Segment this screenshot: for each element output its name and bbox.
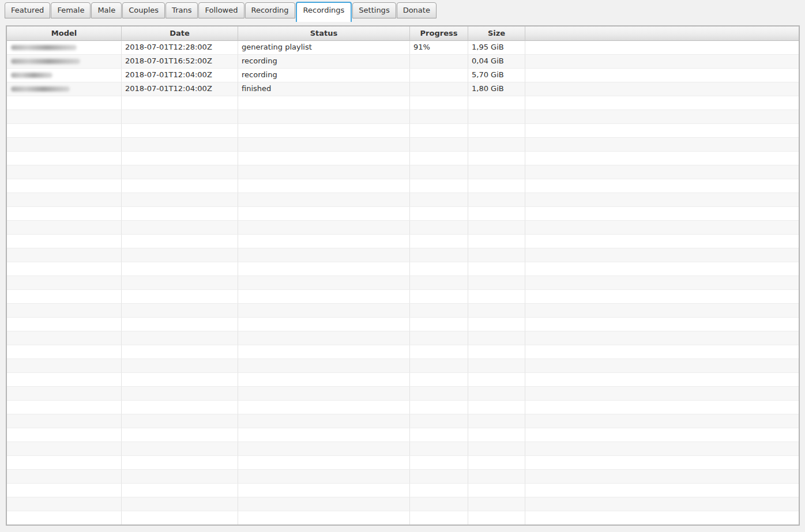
tab-followed[interactable]: Followed bbox=[198, 2, 244, 18]
cell-progress bbox=[410, 165, 468, 179]
empty-row bbox=[7, 165, 799, 179]
cell-date bbox=[122, 290, 238, 304]
cell-date bbox=[122, 152, 238, 165]
cell-status: recording bbox=[238, 55, 410, 69]
cell-size: 1,95 GiB bbox=[468, 41, 525, 55]
cell-date bbox=[122, 470, 238, 484]
cell-progress bbox=[410, 428, 468, 442]
column-header-size[interactable]: Size bbox=[468, 27, 525, 41]
cell-size bbox=[468, 373, 525, 387]
table-row[interactable]: 2018-07-01T12:28:00Zgenerating playlist9… bbox=[7, 41, 799, 55]
cell-date bbox=[122, 221, 238, 235]
cell-status bbox=[238, 96, 410, 110]
empty-row bbox=[7, 276, 799, 290]
cell-date bbox=[122, 331, 238, 345]
redacted-model-name bbox=[11, 45, 77, 50]
cell-size bbox=[468, 124, 525, 138]
empty-row bbox=[7, 331, 799, 345]
cell-size bbox=[468, 414, 525, 428]
empty-row bbox=[7, 511, 799, 525]
tab-featured[interactable]: Featured bbox=[5, 2, 50, 18]
empty-row bbox=[7, 221, 799, 235]
cell-date bbox=[122, 442, 238, 456]
redacted-model-name bbox=[11, 86, 70, 92]
cell-blank bbox=[525, 221, 799, 235]
column-header-progress[interactable]: Progress bbox=[410, 27, 468, 41]
column-header-date[interactable]: Date bbox=[122, 27, 238, 41]
app-window: FeaturedFemaleMaleCouplesTransFollowedRe… bbox=[0, 0, 805, 532]
cell-date bbox=[122, 193, 238, 207]
cell-size bbox=[468, 497, 525, 511]
cell-status bbox=[238, 442, 410, 456]
cell-size bbox=[468, 110, 525, 124]
table-row[interactable]: 2018-07-01T12:04:00Zfinished1,80 GiB bbox=[7, 82, 799, 96]
cell-size bbox=[468, 96, 525, 110]
table-header-row: ModelDateStatusProgressSize bbox=[7, 27, 799, 41]
cell-status bbox=[238, 484, 410, 497]
cell-size bbox=[468, 401, 525, 414]
cell-model bbox=[7, 41, 122, 55]
cell-blank bbox=[525, 138, 799, 152]
tab-couples[interactable]: Couples bbox=[122, 2, 165, 18]
cell-progress bbox=[410, 179, 468, 193]
cell-model bbox=[7, 373, 122, 387]
cell-status bbox=[238, 235, 410, 248]
cell-progress bbox=[410, 124, 468, 138]
tab-male[interactable]: Male bbox=[91, 2, 122, 18]
cell-date bbox=[122, 511, 238, 525]
cell-model bbox=[7, 331, 122, 345]
empty-row bbox=[7, 152, 799, 165]
empty-row bbox=[7, 248, 799, 262]
tab-recordings[interactable]: Recordings bbox=[296, 2, 352, 22]
cell-model bbox=[7, 138, 122, 152]
cell-size bbox=[468, 235, 525, 248]
tab-donate[interactable]: Donate bbox=[397, 2, 437, 18]
cell-date bbox=[122, 484, 238, 497]
column-header-model[interactable]: Model bbox=[7, 27, 122, 41]
cell-blank bbox=[525, 456, 799, 470]
cell-date: 2018-07-01T12:28:00Z bbox=[122, 41, 238, 55]
cell-progress bbox=[410, 276, 468, 290]
cell-date bbox=[122, 428, 238, 442]
cell-blank bbox=[525, 179, 799, 193]
cell-size bbox=[468, 428, 525, 442]
column-header-blank[interactable] bbox=[525, 27, 799, 41]
cell-model bbox=[7, 442, 122, 456]
table-row[interactable]: 2018-07-01T12:04:00Zrecording5,70 GiB bbox=[7, 69, 799, 82]
cell-model bbox=[7, 497, 122, 511]
column-header-status[interactable]: Status bbox=[238, 27, 410, 41]
cell-progress bbox=[410, 207, 468, 221]
empty-row bbox=[7, 318, 799, 331]
cell-blank bbox=[525, 124, 799, 138]
cell-size bbox=[468, 511, 525, 525]
tab-recording[interactable]: Recording bbox=[245, 2, 295, 18]
table-row[interactable]: 2018-07-01T16:52:00Zrecording0,04 GiB bbox=[7, 55, 799, 69]
cell-model bbox=[7, 207, 122, 221]
tab-female[interactable]: Female bbox=[51, 2, 91, 18]
cell-model bbox=[7, 318, 122, 331]
cell-status bbox=[238, 428, 410, 442]
cell-size bbox=[468, 221, 525, 235]
cell-status bbox=[238, 345, 410, 359]
cell-progress bbox=[410, 82, 468, 96]
empty-row bbox=[7, 110, 799, 124]
cell-blank bbox=[525, 110, 799, 124]
cell-blank bbox=[525, 414, 799, 428]
cell-size bbox=[468, 470, 525, 484]
cell-date bbox=[122, 401, 238, 414]
cell-status bbox=[238, 193, 410, 207]
cell-status bbox=[238, 387, 410, 401]
cell-blank bbox=[525, 387, 799, 401]
cell-status bbox=[238, 262, 410, 276]
cell-model bbox=[7, 193, 122, 207]
cell-model bbox=[7, 124, 122, 138]
cell-progress bbox=[410, 221, 468, 235]
cell-status bbox=[238, 497, 410, 511]
tab-trans[interactable]: Trans bbox=[165, 2, 198, 18]
cell-date bbox=[122, 345, 238, 359]
empty-row bbox=[7, 456, 799, 470]
tab-settings[interactable]: Settings bbox=[352, 2, 396, 18]
cell-blank bbox=[525, 373, 799, 387]
cell-progress bbox=[410, 69, 468, 82]
cell-model bbox=[7, 290, 122, 304]
